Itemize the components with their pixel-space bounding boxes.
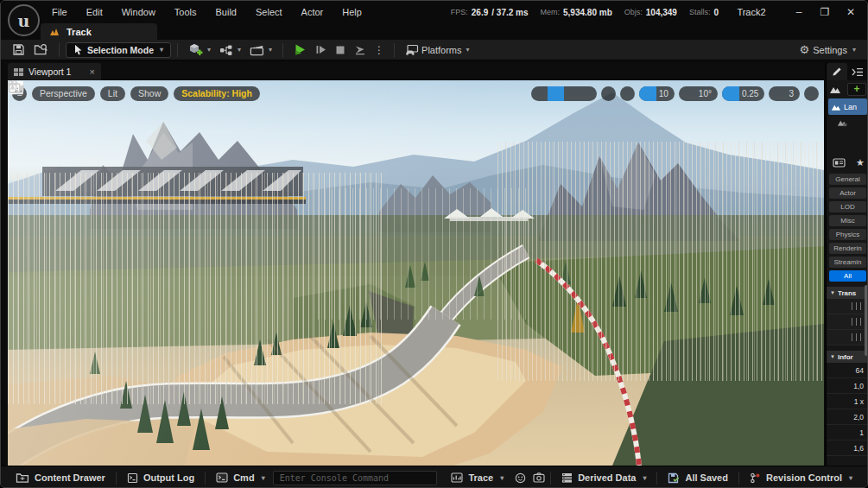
settings-gear-icon: ⚙: [800, 43, 810, 56]
select-tool-button[interactable]: [531, 86, 548, 101]
grid-snap-toggle[interactable]: [639, 86, 656, 101]
outliner-list-icon: [852, 67, 864, 77]
insights-gauge-button[interactable]: [513, 471, 528, 485]
selection-mode-dropdown[interactable]: Selection Mode ▾: [66, 42, 171, 58]
show-dropdown[interactable]: Show: [130, 86, 168, 101]
menu-help[interactable]: Help: [333, 1, 371, 23]
platforms-dropdown[interactable]: Platforms ▾: [401, 41, 473, 59]
id-card-icon[interactable]: [833, 158, 846, 168]
frame-skip-icon: [315, 44, 326, 55]
viewport-3d-scene[interactable]: ≡ Perspective Lit Show Scalability: High: [8, 80, 824, 466]
outliner-item-landscape[interactable]: Lan: [828, 98, 867, 115]
rotation-snap-value[interactable]: 10°: [696, 89, 718, 98]
scale-snap-toggle[interactable]: [722, 86, 739, 101]
settings-dropdown[interactable]: ⚙ Settings ▾: [795, 41, 860, 59]
lit-dropdown[interactable]: Lit: [100, 86, 125, 101]
menu-file[interactable]: File: [42, 1, 77, 23]
menu-tools[interactable]: Tools: [165, 1, 206, 23]
launch-button[interactable]: [350, 41, 371, 59]
rotate-tool-button[interactable]: [564, 86, 580, 101]
menu-edit[interactable]: Edit: [77, 1, 112, 23]
tab-edit-mode[interactable]: [827, 63, 847, 80]
stop-button[interactable]: [331, 41, 350, 59]
maximize-button[interactable]: ❐: [812, 1, 838, 23]
sidebar-scrollbar[interactable]: [865, 285, 868, 356]
category-misc[interactable]: Misc: [829, 215, 866, 226]
scale-tool-button[interactable]: [580, 86, 597, 101]
tab-track[interactable]: Track: [41, 23, 157, 40]
content-drawer-label: Content Drawer: [35, 472, 105, 483]
trace-dropdown[interactable]: Trace ▾: [443, 466, 511, 488]
cinematics-button[interactable]: ▾: [245, 41, 276, 59]
outliner-header-row: +: [827, 80, 868, 98]
blueprints-button[interactable]: ▾: [215, 41, 245, 59]
screenshot-camera-icon: [533, 472, 545, 483]
section-transform[interactable]: ▼ Trans: [827, 287, 868, 299]
maximize-viewport-button[interactable]: [804, 86, 819, 101]
add-actor-button[interactable]: ▾: [184, 41, 215, 59]
menu-build[interactable]: Build: [206, 1, 246, 23]
actor-snap-button[interactable]: [620, 86, 635, 101]
output-log-button[interactable]: Output Log: [119, 466, 202, 488]
category-rendering[interactable]: Renderin: [829, 243, 866, 254]
move-tool-button[interactable]: [548, 86, 564, 101]
section-transform-label: Trans: [838, 289, 856, 297]
save-status-label: All Saved: [685, 472, 728, 483]
info-value: 1,6: [853, 444, 864, 453]
transform-field-row[interactable]: [827, 330, 868, 345]
save-status-button[interactable]: All Saved: [660, 466, 736, 488]
transform-field-row[interactable]: [827, 314, 868, 330]
scale-snap-value[interactable]: 0.25: [739, 89, 764, 98]
unreal-logo-icon[interactable]: u: [8, 4, 40, 36]
save-button[interactable]: [8, 41, 29, 59]
outliner-item-label: Lan: [844, 103, 857, 111]
tab-viewport-1[interactable]: Viewport 1 ×: [8, 63, 101, 80]
info-value-row: 1,0: [827, 378, 868, 394]
play-options-kebab-icon[interactable]: ⋮: [371, 44, 388, 56]
category-actor[interactable]: Actor: [829, 187, 866, 199]
category-lod[interactable]: LOD: [829, 201, 866, 212]
close-button[interactable]: ✕: [838, 1, 864, 23]
transform-field-row[interactable]: [827, 299, 868, 314]
menu-window[interactable]: Window: [112, 1, 165, 23]
frame-skip-button[interactable]: [311, 41, 331, 59]
status-bar-right: Trace ▾: [443, 466, 860, 488]
screenshot-button[interactable]: [531, 471, 546, 485]
tab-outliner[interactable]: [847, 63, 868, 80]
info-value: 1,0: [853, 382, 864, 390]
outliner-item-landscape-child[interactable]: [827, 116, 868, 130]
console-command-input[interactable]: [273, 471, 437, 485]
browse-content-button[interactable]: [29, 41, 53, 59]
cmd-dropdown[interactable]: Cmd ▾: [208, 466, 272, 488]
favorites-star-icon[interactable]: ★: [856, 157, 865, 168]
derived-data-dropdown[interactable]: Derived Data ▾: [554, 466, 654, 488]
revision-control-dropdown[interactable]: Revision Control ▾: [742, 466, 860, 488]
transform-tool-group: [531, 86, 597, 101]
trace-label: Trace: [468, 472, 493, 483]
grid-snap-value[interactable]: 10: [656, 89, 675, 98]
chevron-down-icon: ▼: [830, 290, 835, 295]
camera-speed-value[interactable]: 3: [786, 89, 800, 98]
camera-speed-toggle[interactable]: [769, 86, 786, 101]
menu-actor[interactable]: Actor: [292, 1, 333, 23]
scalability-button[interactable]: Scalability: High: [174, 86, 260, 101]
content-drawer-button[interactable]: Content Drawer: [8, 466, 113, 488]
perspective-dropdown[interactable]: Perspective: [32, 86, 95, 101]
minimize-button[interactable]: –: [786, 1, 812, 23]
add-item-button[interactable]: +: [847, 83, 866, 96]
category-physics[interactable]: Physics: [829, 229, 866, 240]
chevron-down-icon: ▾: [500, 474, 504, 482]
category-streaming[interactable]: Streamin: [829, 257, 866, 268]
add-actor-cube-icon: [188, 43, 203, 57]
menu-select[interactable]: Select: [246, 1, 292, 23]
rotation-snap-toggle[interactable]: [679, 86, 696, 101]
category-all[interactable]: All: [829, 270, 866, 282]
blueprints-nodes-icon: [219, 44, 233, 56]
window-title: Track2: [725, 1, 777, 23]
category-general[interactable]: General: [829, 174, 866, 185]
surface-snap-button[interactable]: [601, 86, 616, 101]
play-button[interactable]: [289, 41, 311, 59]
revision-control-label: Revision Control: [766, 472, 842, 483]
close-icon[interactable]: ×: [90, 67, 95, 77]
section-information[interactable]: ▼ Infor: [827, 351, 868, 363]
